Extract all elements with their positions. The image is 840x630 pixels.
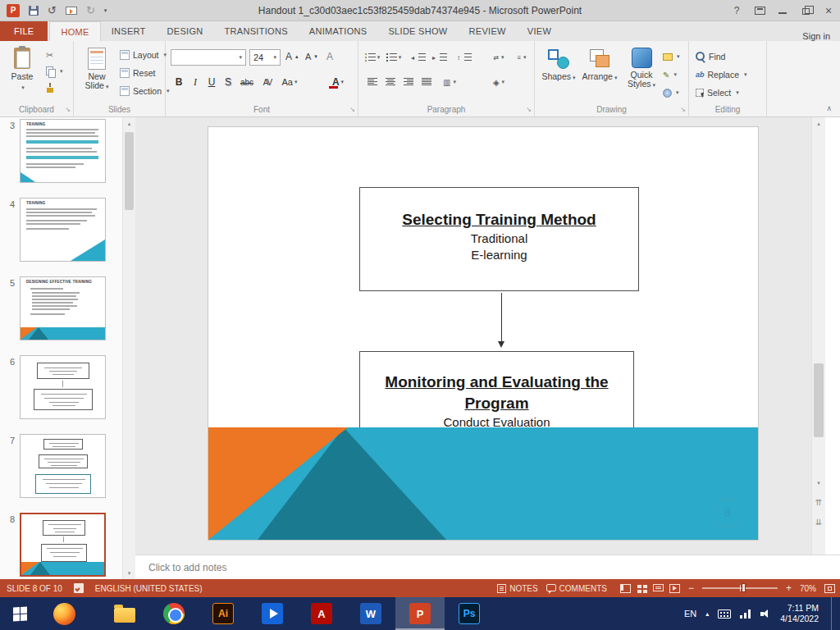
tab-transitions[interactable]: TRANSITIONS — [214, 21, 299, 41]
text-shadow-button[interactable]: S — [220, 74, 236, 90]
change-case-button[interactable]: Aa▾ — [279, 74, 300, 90]
shape-fill-button[interactable]: ▾ — [663, 49, 687, 64]
line-spacing-button[interactable]: ↕ — [455, 50, 473, 65]
slide-thumbnail-4[interactable]: TRAINING — [20, 198, 106, 262]
cut-button[interactable]: ✂ — [46, 48, 53, 62]
copy-button[interactable]: ▾ — [46, 64, 63, 79]
thumb-scroll-down-icon[interactable]: ▾ — [123, 567, 135, 579]
underline-button[interactable]: U — [203, 74, 220, 90]
scroll-up-icon[interactable]: ▴ — [812, 117, 825, 130]
slide-thumbnail-5[interactable]: DESIGNING EFFECTIVE TRAINING — [20, 276, 106, 340]
reset-button[interactable]: Reset — [120, 66, 155, 80]
slide-sorter-view-icon[interactable] — [637, 584, 647, 593]
justify-button[interactable] — [418, 75, 436, 89]
fit-slide-to-window-icon[interactable] — [824, 584, 835, 593]
show-desktop-button[interactable] — [831, 597, 835, 630]
zoom-slider[interactable] — [702, 587, 778, 589]
thumb-scrollbar-thumb[interactable] — [125, 132, 134, 210]
main-scrollbar-thumb[interactable] — [814, 363, 824, 437]
new-slide-button[interactable]: New Slide▾ — [78, 45, 116, 106]
font-size-combobox[interactable]: 24 ▾ — [249, 49, 281, 66]
slide-canvas[interactable]: Selecting Training Method Traditional E-… — [208, 127, 758, 540]
ribbon-display-options-button[interactable] — [748, 0, 771, 21]
tab-file[interactable]: FILE — [0, 21, 48, 41]
strikethrough-button[interactable]: abc — [236, 74, 258, 90]
shape-effects-button[interactable]: ▾ — [663, 85, 687, 100]
restore-button[interactable] — [794, 0, 817, 21]
slideshow-view-icon[interactable] — [669, 584, 680, 593]
tab-slideshow[interactable]: SLIDE SHOW — [377, 21, 458, 41]
layout-button[interactable]: Layout▾ — [120, 48, 167, 62]
taskbar-chrome-button[interactable] — [149, 597, 199, 630]
font-dialog-launcher-icon[interactable]: ↘ — [349, 106, 355, 113]
zoom-in-button[interactable]: + — [786, 583, 792, 593]
arrange-button[interactable]: Arrange▾ — [581, 45, 619, 106]
paste-button[interactable]: Paste▾ — [3, 45, 41, 106]
notes-placeholder[interactable]: Click to add notes — [148, 562, 226, 573]
align-center-button[interactable] — [381, 75, 399, 89]
help-button[interactable]: ? — [725, 0, 748, 21]
taskbar-file-explorer-button[interactable] — [100, 597, 149, 630]
zoom-slider-thumb[interactable] — [742, 583, 746, 592]
columns-button[interactable]: ▥▾ — [441, 75, 459, 89]
scroll-down-icon[interactable]: ▾ — [812, 477, 825, 489]
tab-animations[interactable]: ANIMATIONS — [299, 21, 378, 41]
network-icon[interactable] — [740, 609, 751, 619]
shapes-button[interactable]: Shapes▾ — [540, 45, 578, 106]
tab-review[interactable]: REVIEW — [459, 21, 517, 41]
taskbar-illustrator-button[interactable]: Ai — [199, 597, 248, 630]
undo-icon[interactable]: ↺ — [48, 5, 57, 16]
font-color-button[interactable]: A▾ — [326, 74, 349, 90]
normal-view-icon[interactable] — [620, 584, 631, 593]
touch-keyboard-icon[interactable] — [718, 609, 731, 619]
tab-insert[interactable]: INSERT — [101, 21, 157, 41]
bold-button[interactable]: B — [171, 74, 187, 90]
character-spacing-button[interactable]: AV — [259, 74, 276, 90]
bullets-button[interactable]: ▾ — [363, 50, 381, 65]
notes-toggle-button[interactable]: NOTES — [497, 584, 537, 593]
format-painter-button[interactable] — [46, 80, 54, 95]
redo-icon[interactable]: ↻ — [86, 5, 95, 16]
collapse-ribbon-icon[interactable]: ∧ — [826, 104, 832, 112]
sign-in-link[interactable]: Sign in — [802, 31, 840, 41]
increase-indent-button[interactable]: ▸ — [431, 50, 449, 65]
text-direction-button[interactable]: ⇄▾ — [490, 50, 508, 65]
thumbnail-panel-scrollbar[interactable]: ▴ ▾ — [122, 117, 135, 579]
next-slide-icon[interactable]: ⇊ — [812, 516, 825, 528]
tab-design[interactable]: DESIGN — [157, 21, 214, 41]
shrink-font-button[interactable]: A▾ — [305, 49, 317, 64]
previous-slide-icon[interactable]: ⇈ — [812, 496, 825, 509]
slide-thumbnail-3[interactable]: TRAINING — [20, 119, 106, 183]
customize-qat-chevron-icon[interactable]: ▾ — [104, 7, 107, 14]
taskbar-word-button[interactable]: W — [346, 597, 395, 630]
quick-styles-button[interactable]: Quick Styles▾ — [622, 45, 661, 106]
align-left-button[interactable] — [363, 75, 381, 89]
hidden-icons-chevron-icon[interactable]: ▴ — [705, 610, 709, 618]
start-slideshow-icon[interactable] — [66, 7, 77, 15]
start-button[interactable] — [0, 597, 39, 630]
taskbar-media-player-button[interactable] — [248, 597, 297, 630]
decrease-indent-button[interactable]: ◂ — [409, 50, 427, 65]
replace-button[interactable]: abReplace▾ — [696, 67, 747, 82]
zoom-percentage[interactable]: 70% — [800, 584, 816, 593]
comments-toggle-button[interactable]: COMMENTS — [546, 584, 607, 593]
zoom-out-button[interactable]: − — [688, 583, 694, 593]
slide-thumbnail-7[interactable] — [20, 434, 106, 498]
taskbar-acrobat-button[interactable]: A — [297, 597, 346, 630]
volume-icon[interactable] — [760, 609, 771, 619]
grow-font-button[interactable]: A▴ — [285, 49, 299, 64]
main-vertical-scrollbar[interactable]: ▴ ▾ ⇈ ⇊ — [811, 117, 825, 555]
drawing-dialog-launcher-icon[interactable]: ↘ — [680, 106, 686, 113]
convert-smartart-button[interactable]: ◈▾ — [490, 75, 508, 89]
reading-view-icon[interactable] — [653, 584, 664, 593]
taskbar-clock[interactable]: 7:11 PM 4/14/2022 — [780, 603, 819, 624]
paragraph-dialog-launcher-icon[interactable]: ↘ — [526, 106, 532, 113]
slide-number-placeholder[interactable]: 8 — [713, 498, 742, 527]
find-button[interactable]: Find — [696, 49, 725, 64]
thumb-scroll-up-icon[interactable]: ▴ — [123, 117, 135, 130]
italic-button[interactable]: I — [187, 74, 203, 90]
notes-pane[interactable]: Click to add notes — [135, 555, 840, 579]
taskbar-firefox-button[interactable] — [39, 597, 89, 630]
save-icon[interactable] — [29, 6, 39, 16]
shape-outline-button[interactable]: ✎▾ — [663, 67, 687, 82]
